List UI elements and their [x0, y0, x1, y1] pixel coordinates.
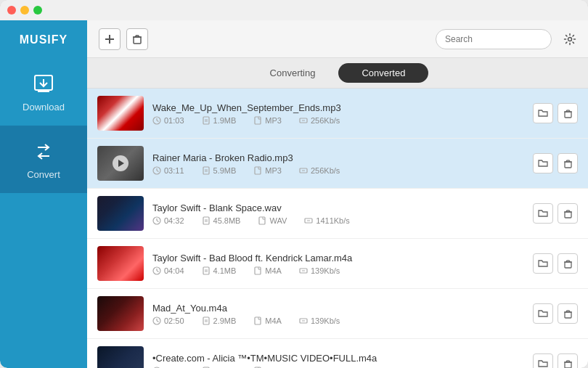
format-icon — [253, 166, 262, 175]
folder-icon — [538, 208, 548, 218]
search-input[interactable] — [436, 29, 552, 49]
bitrate: 256Kb/s — [311, 166, 340, 175]
delete-file-button[interactable] — [558, 253, 578, 274]
trash-file-icon — [563, 309, 573, 319]
open-folder-button[interactable] — [533, 203, 553, 224]
file-item: Wake_Me_Up_When_September_Ends.mp3 01:03 — [87, 89, 588, 139]
open-folder-button[interactable] — [533, 303, 553, 324]
svg-line-13 — [157, 120, 159, 122]
clock-icon — [152, 316, 161, 325]
sidebar-item-convert[interactable]: Convert — [0, 126, 87, 193]
format: MP3 — [265, 166, 282, 175]
svg-line-55 — [157, 271, 159, 272]
svg-line-27 — [157, 171, 159, 172]
svg-rect-34 — [565, 162, 571, 168]
bitrate-meta: 256Kb/s — [299, 116, 340, 125]
delete-toolbar-button[interactable] — [126, 28, 148, 50]
open-folder-button[interactable] — [533, 103, 553, 123]
file-thumbnail — [97, 296, 144, 331]
file-item: Rainer Maria - Broken Radio.mp3 03:11 — [87, 139, 588, 189]
title-bar — [0, 0, 588, 20]
svg-rect-31 — [255, 167, 261, 174]
sidebar-item-convert-label: Convert — [27, 169, 60, 180]
bitrate: 1411Kb/s — [316, 216, 349, 225]
format-icon — [253, 116, 262, 125]
svg-rect-73 — [255, 317, 261, 324]
delete-file-button[interactable] — [558, 203, 578, 224]
size-meta: 1.9MB — [202, 116, 237, 125]
download-icon — [30, 71, 57, 97]
tab-bar: Converting Converted — [87, 58, 588, 89]
delete-file-button[interactable] — [558, 153, 578, 173]
delete-file-button[interactable] — [558, 353, 578, 368]
svg-rect-90 — [565, 362, 571, 368]
bitrate-icon — [299, 116, 308, 125]
svg-line-69 — [157, 321, 159, 322]
bitrate-icon — [299, 316, 308, 325]
svg-rect-5 — [134, 37, 141, 44]
minimize-button[interactable] — [20, 6, 29, 15]
open-folder-button[interactable] — [533, 253, 553, 274]
convert-icon — [30, 139, 57, 165]
format: MP3 — [265, 116, 282, 125]
size-meta: 5.9MB — [202, 166, 237, 175]
svg-rect-42 — [203, 217, 209, 224]
file-info: Wake_Me_Up_When_September_Ends.mp3 01:03 — [152, 102, 524, 125]
trash-file-icon — [563, 209, 573, 218]
delete-file-button[interactable] — [558, 303, 578, 324]
duration: 01:03 — [164, 116, 184, 125]
add-button[interactable] — [99, 28, 121, 50]
format-meta: MP3 — [253, 166, 282, 175]
format: WAV — [269, 216, 287, 225]
file-meta: 04:32 45.8MB WAV — [152, 216, 524, 225]
folder-icon — [538, 308, 548, 319]
tab-converted[interactable]: Converted — [338, 63, 428, 83]
bitrate-icon — [299, 266, 308, 275]
close-button[interactable] — [7, 6, 16, 15]
format-meta: M4A — [253, 266, 282, 275]
svg-rect-56 — [203, 267, 209, 274]
delete-file-button[interactable] — [558, 103, 578, 123]
duration-meta: 03:11 — [152, 166, 184, 175]
trash-file-icon — [563, 159, 573, 168]
open-folder-button[interactable] — [533, 353, 553, 368]
bitrate-meta: 139Kb/s — [299, 316, 340, 325]
bitrate-meta: 256Kb/s — [299, 166, 340, 175]
format: M4A — [265, 266, 282, 275]
svg-line-41 — [157, 221, 159, 222]
settings-button[interactable] — [563, 33, 576, 46]
format-icon — [253, 266, 262, 275]
maximize-button[interactable] — [33, 6, 42, 15]
file-size-icon — [202, 216, 211, 225]
clock-icon — [152, 116, 161, 125]
trash-icon — [132, 34, 142, 44]
file-size-icon — [202, 166, 211, 175]
file-size-icon — [202, 316, 211, 325]
size-meta: 2.9MB — [202, 316, 237, 325]
tab-converting[interactable]: Converting — [247, 63, 339, 83]
file-item: •Create.com - Alicia ™•TM•MUSIC VIDEO•FU… — [87, 339, 588, 368]
duration-meta: 02:50 — [152, 316, 184, 325]
file-item: Taylor Swift - Bad Blood ft. Kendrick La… — [87, 239, 588, 289]
folder-icon — [538, 108, 548, 118]
svg-rect-48 — [565, 212, 571, 218]
trash-file-icon — [563, 109, 573, 118]
svg-rect-45 — [259, 217, 265, 224]
file-meta: 04:04 4.1MB M4A — [152, 266, 524, 275]
file-actions — [533, 203, 578, 224]
gear-icon — [563, 33, 576, 46]
file-info: •Create.com - Alicia ™•TM•MUSIC VIDEO•FU… — [152, 353, 524, 369]
sidebar-item-download[interactable]: Download — [0, 58, 87, 126]
open-folder-button[interactable] — [533, 153, 553, 173]
clock-icon — [152, 266, 161, 275]
bitrate: 139Kb/s — [311, 316, 340, 325]
file-size: 1.9MB — [213, 116, 237, 125]
file-list: Wake_Me_Up_When_September_Ends.mp3 01:03 — [87, 89, 588, 368]
folder-icon — [538, 359, 548, 368]
folder-icon — [538, 258, 548, 269]
folder-icon — [538, 158, 548, 168]
file-size-icon — [202, 266, 211, 275]
file-name: Rainer Maria - Broken Radio.mp3 — [152, 152, 524, 163]
format-icon — [253, 316, 262, 325]
size-meta: 45.8MB — [202, 216, 241, 225]
